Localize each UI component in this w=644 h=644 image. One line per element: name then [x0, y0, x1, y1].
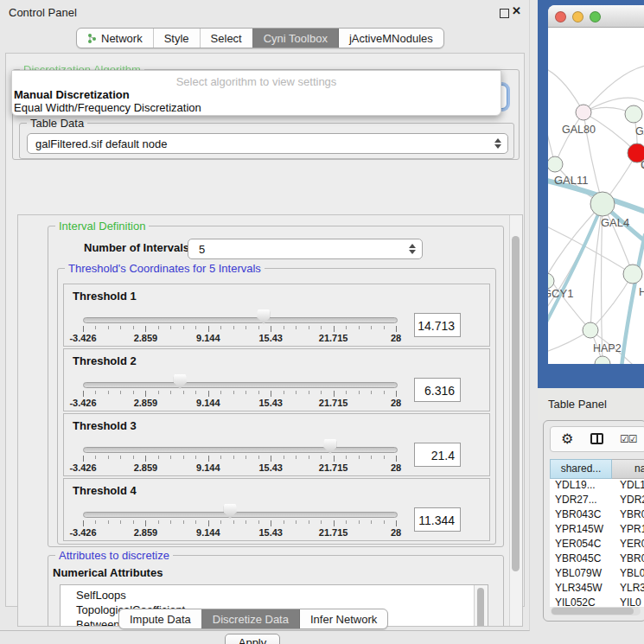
- cell-shared-name[interactable]: YBL079W: [555, 567, 602, 579]
- cell-name[interactable]: YER0: [620, 538, 644, 550]
- threshold-panel: Threshold 1 -3.4262.8599.14415.4321.7152…: [63, 284, 490, 347]
- network-node[interactable]: [583, 322, 598, 338]
- cell-shared-name[interactable]: YBR043C: [555, 508, 601, 520]
- tick-mark: [271, 520, 271, 526]
- table-row[interactable]: YBR043CYBR0: [550, 508, 644, 523]
- slider-track[interactable]: [83, 512, 398, 518]
- tab-discretize-data[interactable]: Discretize Data: [201, 609, 299, 628]
- table-data-select[interactable]: galFiltered.sif default node: [27, 133, 508, 154]
- column-header-name[interactable]: na: [612, 459, 644, 479]
- tab-infer-network[interactable]: Infer Network: [299, 609, 387, 628]
- cell-name[interactable]: YIL0: [620, 596, 641, 607]
- scale-label: 21.715: [319, 333, 348, 343]
- table-row[interactable]: YIL052CYIL0: [550, 596, 644, 607]
- checkbox-icons[interactable]: ☑☑: [620, 433, 637, 445]
- cell-shared-name[interactable]: YBR045C: [555, 552, 601, 564]
- close-icon[interactable]: ✕: [512, 4, 521, 17]
- cell-name[interactable]: YDL1: [620, 479, 644, 491]
- dropdown-option-manual[interactable]: Manual Discretization: [14, 88, 130, 101]
- cell-name[interactable]: YPR1: [620, 523, 644, 535]
- cell-name[interactable]: YBR0: [620, 552, 644, 564]
- threshold-label: Threshold 3: [73, 419, 137, 432]
- table-row[interactable]: YBR045CYBR0: [550, 552, 644, 567]
- threshold-value-input[interactable]: 14.713: [414, 313, 461, 337]
- tab-cyni-toolbox[interactable]: Cyni Toolbox: [252, 29, 338, 48]
- tab-jactivemnodules[interactable]: jActiveMNodules: [338, 29, 443, 48]
- network-node[interactable]: [623, 265, 642, 284]
- settings-scrollbar-thumb[interactable]: [512, 236, 520, 571]
- scale-label: 28: [391, 462, 401, 473]
- network-edge-highlighted[interactable]: [548, 204, 603, 328]
- cell-shared-name[interactable]: YPR145W: [555, 523, 603, 535]
- cell-shared-name[interactable]: YIL052C: [555, 596, 596, 607]
- tick-mark: [170, 520, 171, 524]
- network-window-titlebar[interactable]: [548, 5, 644, 28]
- table-row[interactable]: YBL079WYBL0: [550, 567, 644, 582]
- cell-shared-name[interactable]: YER054C: [555, 538, 601, 550]
- tick-mark: [183, 326, 184, 329]
- column-header-shared-name[interactable]: shared...: [550, 459, 612, 479]
- tab-network[interactable]: Network: [77, 29, 153, 48]
- cell-name[interactable]: YBL0: [620, 567, 644, 579]
- number-of-intervals-select[interactable]: 5: [188, 239, 423, 259]
- table-data-title: Table Data: [27, 117, 87, 130]
- attribute-item[interactable]: SelfLoops: [61, 588, 488, 603]
- cell-name[interactable]: YLR3: [620, 582, 644, 594]
- node-table: shared... na YDL19...YDL1YDR27...YDR2YBR…: [550, 459, 644, 607]
- tab-impute-data[interactable]: Impute Data: [119, 609, 201, 628]
- screen: Control Panel ✕ NetworkStyleSelectCyni T…: [0, 0, 644, 644]
- node-label: GAL11: [554, 174, 589, 187]
- network-edge[interactable]: [555, 112, 583, 164]
- cell-name[interactable]: YDR2: [620, 494, 644, 506]
- tab-style[interactable]: Style: [153, 29, 200, 48]
- network-node[interactable]: [548, 156, 563, 172]
- network-edge[interactable]: [548, 275, 590, 330]
- network-node[interactable]: [625, 105, 642, 123]
- scale-label: 15.43: [258, 333, 283, 343]
- slider-track[interactable]: [83, 382, 398, 388]
- tab-label: Cyni Toolbox: [264, 32, 328, 45]
- network-edge[interactable]: [548, 67, 583, 112]
- list-scrollbar-thumb[interactable]: [477, 588, 484, 627]
- dropdown-option-equal-width[interactable]: Equal Width/Frequency Discretization: [14, 101, 201, 114]
- threshold-label: Threshold 1: [73, 290, 137, 303]
- threshold-panel: Threshold 2 -3.4262.8599.14415.4321.7152…: [63, 348, 490, 411]
- cell-shared-name[interactable]: YDL19...: [555, 479, 596, 491]
- table-row[interactable]: YDR27...YDR2: [550, 494, 644, 508]
- tick-mark: [83, 520, 84, 526]
- table-row[interactable]: YDL19...YDL1: [550, 479, 644, 494]
- node-label: GAL4: [601, 216, 629, 229]
- tick-mark: [271, 391, 271, 397]
- cell-shared-name[interactable]: YLR345W: [555, 582, 603, 594]
- threshold-value-input[interactable]: 6.316: [414, 378, 461, 402]
- zoom-traffic-light-icon[interactable]: [590, 11, 601, 22]
- network-canvas[interactable]: GAL80GACGAL11GAL4GCY1HHAP2: [548, 28, 644, 364]
- table-scrollbar-thumb[interactable]: [552, 608, 634, 615]
- cell-name[interactable]: YBR0: [620, 508, 644, 520]
- close-traffic-light-icon[interactable]: [555, 11, 566, 22]
- settings-scrollbar[interactable]: [509, 215, 522, 626]
- float-window-icon[interactable]: [500, 9, 509, 18]
- minimize-traffic-light-icon[interactable]: [572, 11, 583, 22]
- columns-icon[interactable]: [590, 433, 603, 444]
- settings-scroll-area: Interval Definition Number of Intervals …: [17, 214, 523, 627]
- slider-track[interactable]: [83, 447, 398, 453]
- table-row[interactable]: YLR345WYLR3: [550, 582, 644, 596]
- threshold-value-input[interactable]: 11.344: [414, 507, 461, 532]
- network-node[interactable]: [590, 192, 615, 216]
- list-scrollbar[interactable]: [474, 585, 488, 627]
- table-horizontal-scrollbar[interactable]: [551, 607, 641, 615]
- slider-track[interactable]: [83, 317, 398, 323]
- tick-mark: [396, 520, 397, 526]
- tab-select[interactable]: Select: [200, 29, 252, 48]
- network-node[interactable]: [576, 105, 591, 120]
- apply-button[interactable]: Apply: [225, 634, 280, 644]
- table-row[interactable]: YER054CYER0: [550, 538, 644, 552]
- threshold-value-input[interactable]: 21.4: [414, 443, 461, 467]
- network-node[interactable]: [595, 356, 610, 364]
- tick-mark: [296, 391, 296, 394]
- tick-mark: [195, 326, 196, 329]
- table-row[interactable]: YPR145WYPR1: [550, 523, 644, 538]
- gear-icon[interactable]: ⚙: [561, 430, 573, 447]
- cell-shared-name[interactable]: YDR27...: [555, 494, 597, 506]
